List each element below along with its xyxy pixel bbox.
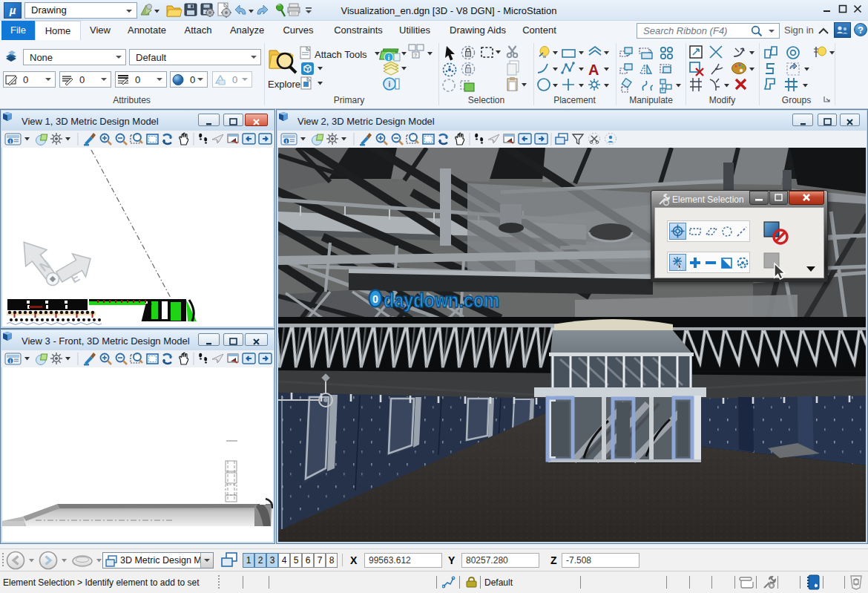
svg-text:0: 0 (372, 293, 378, 305)
svg-text:i: i (389, 80, 391, 88)
svg-text:E: E (68, 270, 82, 285)
svg-text:A: A (588, 62, 599, 78)
svg-text:Explorer: Explorer (268, 79, 304, 90)
svg-text:?: ? (414, 53, 417, 58)
svg-text:daydown.com: daydown.com (384, 289, 499, 312)
svg-text:Attach Tools: Attach Tools (315, 49, 367, 60)
svg-text:i: i (388, 54, 390, 62)
